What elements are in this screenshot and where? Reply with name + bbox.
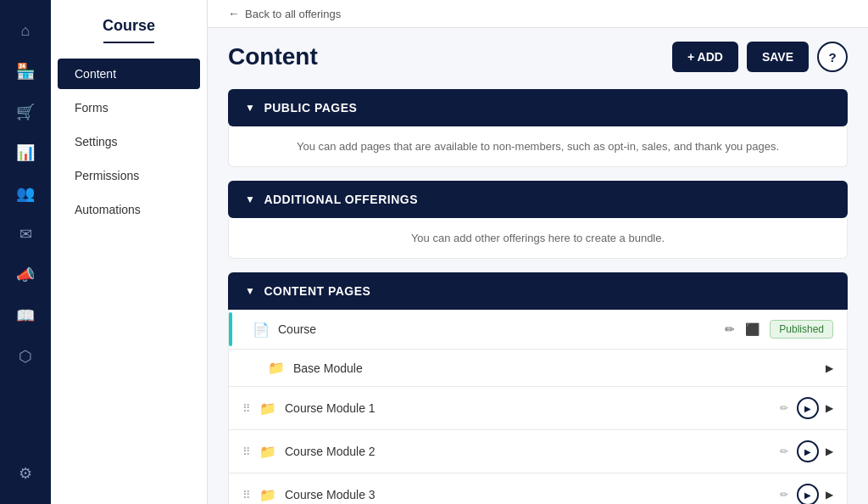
published-badge: Published xyxy=(770,320,833,339)
content-pages-section: ▼ CONTENT PAGES 📄 Course ✏ ⬛ Published xyxy=(228,272,848,504)
content-pages-title: CONTENT PAGES xyxy=(264,284,370,298)
additional-offerings-title: ADDITIONAL OFFERINGS xyxy=(264,193,418,206)
module-name-1: Course Module 1 xyxy=(285,401,768,415)
left-nav-divider xyxy=(103,42,154,43)
course-name-label: Course xyxy=(278,322,725,336)
megaphone-icon[interactable]: 📣 xyxy=(8,258,42,292)
additional-offerings-header[interactable]: ▼ ADDITIONAL OFFERINGS xyxy=(228,181,848,218)
breadcrumb-bar: ← Back to all offerings xyxy=(208,0,868,28)
nodes-icon[interactable]: ⬡ xyxy=(8,339,42,373)
back-to-offerings-link[interactable]: Back to all offerings xyxy=(245,8,341,20)
document-icon: 📄 xyxy=(253,322,270,338)
content-pages-header[interactable]: ▼ CONTENT PAGES xyxy=(228,272,848,310)
module-folder-icon-3: 📁 xyxy=(259,487,276,503)
module-row-1: ⠿ 📁 Course Module 1 ✏ ▶ ▶ xyxy=(228,387,848,430)
module-right-3: ▶ ▶ xyxy=(797,484,833,504)
mail-icon[interactable]: ✉ xyxy=(8,217,42,251)
sidebar-item-forms[interactable]: Forms xyxy=(58,92,200,123)
module-expand-icon-2[interactable]: ▶ xyxy=(826,445,833,457)
sidebar-item-automations[interactable]: Automations xyxy=(58,194,200,225)
module-edit-icon-2[interactable]: ✏ xyxy=(780,445,788,457)
people-icon[interactable]: 👥 xyxy=(8,176,42,210)
base-module-folder-icon: 📁 xyxy=(268,360,285,376)
drag-handle-icon-2[interactable]: ⠿ xyxy=(242,445,251,458)
module-folder-icon-2: 📁 xyxy=(259,444,276,460)
preview-icon[interactable]: ⬛ xyxy=(745,322,760,336)
sidebar-item-content[interactable]: Content xyxy=(58,59,200,89)
course-content-row: 📄 Course ✏ ⬛ Published xyxy=(228,310,848,350)
public-pages-title: PUBLIC PAGES xyxy=(264,101,357,115)
play-button-3[interactable]: ▶ xyxy=(797,484,819,504)
edit-pencil-icon[interactable]: ✏ xyxy=(725,322,735,336)
play-button-2[interactable]: ▶ xyxy=(797,440,819,462)
content-area: Content + ADD SAVE ? ▼ PUBLIC PAGES You … xyxy=(208,28,868,504)
module-row-3: ⠿ 📁 Course Module 3 ✏ ▶ ▶ xyxy=(228,473,848,504)
book-icon[interactable]: 📖 xyxy=(8,299,42,333)
module-edit-icon-1[interactable]: ✏ xyxy=(780,402,788,414)
drag-handle-icon-1[interactable]: ⠿ xyxy=(242,402,251,415)
back-arrow-icon: ← xyxy=(228,7,240,20)
module-name-3: Course Module 3 xyxy=(285,488,768,501)
public-pages-section: ▼ PUBLIC PAGES You can add pages that ar… xyxy=(228,89,848,167)
additional-offerings-chevron-icon: ▼ xyxy=(245,193,255,205)
module-right-1: ▶ ▶ xyxy=(797,397,833,419)
cart-icon[interactable]: 🛒 xyxy=(8,95,42,129)
sidebar: ⌂ 🏪 🛒 📊 👥 ✉ 📣 📖 ⬡ ⚙ xyxy=(0,0,51,504)
course-row-accent xyxy=(229,312,232,346)
home-icon[interactable]: ⌂ xyxy=(8,14,42,48)
public-pages-header[interactable]: ▼ PUBLIC PAGES xyxy=(228,89,848,126)
public-pages-description: You can add pages that are available to … xyxy=(228,126,848,167)
base-module-name: Base Module xyxy=(293,361,817,375)
play-button-1[interactable]: ▶ xyxy=(797,397,819,419)
module-edit-icon-3[interactable]: ✏ xyxy=(780,489,788,501)
page-title: Content xyxy=(228,43,318,70)
left-nav: Course Content Forms Settings Permission… xyxy=(51,0,208,504)
module-folder-icon-1: 📁 xyxy=(259,400,276,417)
store-icon[interactable]: 🏪 xyxy=(8,54,42,88)
chart-icon[interactable]: 📊 xyxy=(8,136,42,170)
sidebar-item-settings[interactable]: Settings xyxy=(58,126,200,157)
additional-offerings-description: You can add other offerings here to crea… xyxy=(228,218,848,259)
settings-icon[interactable]: ⚙ xyxy=(8,456,42,490)
page-header: Content + ADD SAVE ? xyxy=(228,42,848,72)
add-button[interactable]: + ADD xyxy=(672,42,738,72)
module-expand-icon-3[interactable]: ▶ xyxy=(826,489,833,501)
module-expand-icon-1[interactable]: ▶ xyxy=(826,402,833,414)
module-right-2: ▶ ▶ xyxy=(797,440,833,462)
module-row-2: ⠿ 📁 Course Module 2 ✏ ▶ ▶ xyxy=(228,430,848,473)
base-module-row: 📁 Base Module ▶ xyxy=(228,350,848,387)
sidebar-item-permissions[interactable]: Permissions xyxy=(58,160,200,191)
public-pages-chevron-icon: ▼ xyxy=(245,102,255,114)
help-button[interactable]: ? xyxy=(817,42,848,72)
left-nav-title: Course xyxy=(51,0,207,42)
header-actions: + ADD SAVE ? xyxy=(672,42,848,72)
course-row-actions: ✏ ⬛ Published xyxy=(725,320,833,339)
course-row-content: 📄 Course ✏ ⬛ Published xyxy=(242,320,833,339)
save-button[interactable]: SAVE xyxy=(747,42,809,72)
main-content: ← Back to all offerings Content + ADD SA… xyxy=(208,0,868,504)
content-pages-chevron-icon: ▼ xyxy=(245,285,255,297)
module-name-2: Course Module 2 xyxy=(285,445,768,458)
base-module-expand-icon[interactable]: ▶ xyxy=(826,362,833,374)
additional-offerings-section: ▼ ADDITIONAL OFFERINGS You can add other… xyxy=(228,181,848,259)
drag-handle-icon-3[interactable]: ⠿ xyxy=(242,489,251,501)
